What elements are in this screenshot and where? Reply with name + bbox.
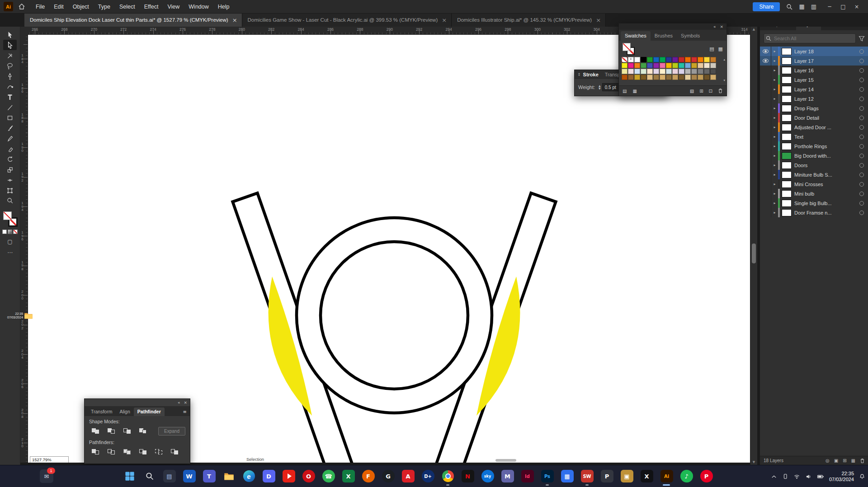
document-tab[interactable]: Domiciles Illustrator Ship.ai* @ 145.32 … [452,13,606,27]
swatch[interactable] [672,63,678,68]
intersect-button[interactable] [121,426,133,435]
expand-chevron-icon[interactable]: ▸ [771,135,778,139]
tab-transparency[interactable]: Transp [605,72,620,77]
home-icon[interactable] [19,4,25,9]
layer-target-icon[interactable] [859,59,864,63]
divide-button[interactable] [89,447,102,456]
selection-tool[interactable] [3,29,17,40]
expand-chevron-icon[interactable]: ▸ [771,59,778,63]
magic-wand-tool[interactable] [3,50,17,61]
swatch[interactable] [666,69,672,74]
tab-close-icon[interactable]: × [442,17,447,23]
expand-chevron-icon[interactable]: ▸ [771,106,778,110]
swatch[interactable] [698,75,703,80]
taskbar-pinterest[interactable]: P [700,469,713,483]
taskbar-pin-app[interactable]: P [600,469,613,483]
taskbar-solidworks[interactable]: SW [580,469,594,483]
maximize-button[interactable]: □ [836,4,850,10]
layer-row[interactable]: ▸Text [760,132,868,141]
swatch[interactable] [679,75,684,80]
layer-row[interactable]: ▸Big Doord with... [760,151,868,160]
swatch[interactable] [685,63,691,68]
layer-target-icon[interactable] [859,173,864,177]
swatch[interactable] [710,63,716,68]
search-icon[interactable] [786,4,793,10]
none-button[interactable] [13,229,18,234]
layer-row[interactable]: ▸Mini bulb [760,189,868,198]
document-tab[interactable]: Domiciles Ship Elevation Dock Laser Cut … [24,13,242,27]
layer-target-icon[interactable] [859,201,864,206]
swatch-libraries-icon[interactable]: ▤ [623,89,627,94]
taskbar-excel[interactable]: X [342,469,355,483]
swatch[interactable] [704,57,710,62]
taskbar-photoshop[interactable]: Ps [541,469,554,483]
layer-target-icon[interactable] [859,87,864,92]
taskbar-start[interactable] [123,469,136,483]
layer-target-icon[interactable] [859,116,864,120]
tab-symbols[interactable]: Symbols [677,31,704,41]
tab-align[interactable]: Align [116,407,133,416]
taskbar-chrome[interactable] [441,469,454,483]
layer-row[interactable]: ▸Mini Crosses [760,179,868,189]
minus-front-button[interactable] [105,426,118,435]
scroll-up-icon[interactable]: ▲ [750,28,757,31]
tab-brushes[interactable]: Brushes [651,31,677,41]
visibility-toggle[interactable] [760,75,771,84]
visibility-toggle[interactable] [760,103,771,113]
taskbar-firefox[interactable]: F [362,469,375,483]
expand-chevron-icon[interactable]: ▸ [771,78,778,82]
hidden-icons-chevron[interactable] [771,474,777,479]
menu-file[interactable]: File [31,4,49,10]
swatch[interactable] [672,69,678,74]
scroll-down-icon[interactable]: ▼ [750,460,757,464]
taskbar-sky[interactable]: sky [481,469,494,483]
tab-close-icon[interactable]: × [232,17,237,23]
swatch[interactable] [634,57,640,62]
lasso-tool[interactable] [3,61,17,71]
swatch[interactable] [660,57,665,62]
new-color-group-icon[interactable]: ⊞ [699,89,703,94]
taskbar-calculator[interactable]: ▦ [561,469,574,483]
swatch[interactable] [691,63,697,68]
swatch[interactable] [634,75,640,80]
layer-target-icon[interactable] [859,125,864,130]
arrange-documents-icon[interactable]: ▦ [799,3,804,10]
expand-chevron-icon[interactable]: ▸ [771,182,778,186]
vertical-ruler[interactable]: 1 8 41 8 61 8 81 9 01 9 21 9 41 9 61 9 8… [20,34,28,463]
menu-view[interactable]: View [163,4,184,10]
visibility-toggle[interactable] [760,84,771,94]
expand-chevron-icon[interactable]: ▸ [771,163,778,167]
layer-row[interactable]: ▸Adjusted Door ... [760,122,868,132]
swatch[interactable] [691,69,697,74]
swatch[interactable] [622,63,627,68]
swatch[interactable] [641,63,646,68]
document-tab[interactable]: Domicilies Game Show - Laser Cut - Black… [242,13,452,27]
taskbar-whatsapp[interactable]: ☎ [322,469,335,483]
swatch[interactable] [685,69,691,74]
swatch-scroll-down-icon[interactable]: ▾ [723,79,725,82]
swatch[interactable] [660,63,665,68]
taskbar-illustrator[interactable]: Ai [660,469,673,483]
expand-chevron-icon[interactable]: ▸ [771,68,778,72]
swatch-scroll-up-icon[interactable]: ▴ [723,58,725,61]
layer-row[interactable]: ▸Layer 12 [760,94,868,103]
layer-row[interactable]: ▸Layer 17 [760,56,868,66]
workspace-switcher-icon[interactable]: ▥ [811,3,816,10]
share-button[interactable]: Share [753,2,780,11]
expand-chevron-icon[interactable]: ▸ [771,125,778,129]
wifi-icon[interactable] [793,473,800,480]
swatch[interactable] [622,69,627,74]
swatch[interactable] [634,63,640,68]
expand-chevron-icon[interactable]: ▸ [771,97,778,101]
visibility-toggle[interactable] [760,132,771,141]
visibility-toggle[interactable] [760,189,771,198]
visibility-toggle[interactable] [760,160,771,170]
taskbar-x-app[interactable]: X [640,469,653,483]
new-swatch-icon[interactable]: ⊡ [709,89,712,94]
layer-row[interactable]: ▸Layer 14 [760,84,868,94]
visibility-toggle[interactable] [760,94,771,103]
desktop-shortcut[interactable]: 22:35 07/03/2024 [7,312,33,319]
vertical-scrollbar[interactable]: ▲ ▼ [750,27,757,465]
visibility-toggle[interactable] [760,113,771,122]
expand-chevron-icon[interactable]: ▸ [771,173,778,177]
